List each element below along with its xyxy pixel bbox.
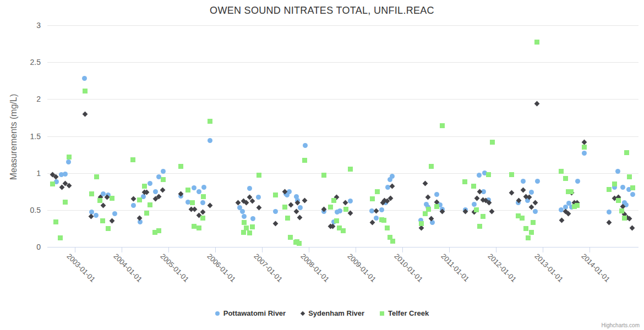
data-point-square[interactable] [622, 216, 627, 221]
data-point-diamond[interactable] [534, 101, 540, 106]
data-point-square[interactable] [343, 207, 348, 212]
data-point-circle[interactable] [82, 76, 87, 81]
data-point-square[interactable] [486, 172, 491, 177]
data-point-circle[interactable] [250, 216, 255, 221]
data-point-circle[interactable] [94, 213, 99, 218]
data-point-square[interactable] [200, 216, 205, 221]
data-point-circle[interactable] [535, 179, 540, 184]
data-point-square[interactable] [250, 224, 255, 229]
data-point-circle[interactable] [533, 209, 538, 214]
data-point-square[interactable] [375, 189, 380, 194]
data-point-square[interactable] [201, 194, 206, 199]
data-point-square[interactable] [419, 221, 424, 226]
data-point-square[interactable] [302, 158, 307, 163]
data-point-square[interactable] [474, 207, 479, 212]
data-point-square[interactable] [423, 211, 428, 216]
data-point-square[interactable] [348, 167, 353, 172]
data-point-circle[interactable] [197, 189, 201, 194]
data-point-diamond[interactable] [474, 195, 479, 201]
data-point-circle[interactable] [374, 216, 379, 221]
data-point-diamond[interactable] [629, 225, 635, 230]
data-point-diamond[interactable] [302, 197, 307, 203]
data-point-square[interactable] [321, 173, 326, 178]
data-point-circle[interactable] [153, 189, 158, 194]
data-point-circle[interactable] [200, 200, 205, 205]
data-point-circle[interactable] [630, 192, 635, 197]
data-point-circle[interactable] [575, 179, 580, 184]
data-point-diamond[interactable] [423, 181, 428, 186]
data-point-square[interactable] [523, 226, 528, 231]
data-point-diamond[interactable] [389, 184, 395, 189]
data-point-circle[interactable] [247, 186, 252, 191]
data-point-diamond[interactable] [101, 203, 106, 208]
data-point-square[interactable] [569, 189, 574, 194]
data-point-square[interactable] [612, 182, 617, 186]
data-point-diamond[interactable] [109, 218, 114, 224]
data-point-square[interactable] [624, 150, 629, 155]
data-point-square[interactable] [462, 179, 467, 184]
data-point-square[interactable] [89, 191, 94, 196]
data-point-circle[interactable] [477, 173, 482, 178]
data-point-circle[interactable] [434, 192, 439, 197]
data-point-diamond[interactable] [244, 200, 249, 205]
data-point-square[interactable] [137, 197, 142, 202]
data-point-square[interactable] [83, 89, 88, 94]
data-point-diamond[interactable] [59, 184, 64, 190]
data-point-square[interactable] [531, 220, 536, 225]
data-point-square[interactable] [273, 193, 278, 197]
data-point-circle[interactable] [379, 207, 384, 212]
data-point-square[interactable] [582, 145, 587, 150]
data-point-circle[interactable] [148, 181, 152, 186]
data-point-square[interactable] [381, 218, 386, 223]
data-point-diamond[interactable] [83, 111, 88, 117]
data-point-square[interactable] [106, 226, 111, 231]
data-point-circle[interactable] [66, 160, 71, 164]
data-point-circle[interactable] [620, 185, 625, 190]
data-point-circle[interactable] [54, 179, 59, 184]
data-point-diamond[interactable] [509, 190, 515, 196]
data-point-square[interactable] [529, 230, 534, 235]
data-point-square[interactable] [100, 218, 105, 223]
data-point-diamond[interactable] [348, 210, 353, 216]
data-point-square[interactable] [328, 205, 333, 210]
data-point-diamond[interactable] [425, 195, 431, 200]
data-point-square[interactable] [297, 241, 302, 246]
data-point-diamond[interactable] [130, 196, 136, 202]
data-point-circle[interactable] [298, 205, 303, 210]
data-point-square[interactable] [481, 214, 485, 219]
data-point-diamond[interactable] [288, 202, 294, 207]
legend-item-pottawatomi-river[interactable]: Pottawatomi River [215, 309, 286, 317]
data-point-diamond[interactable] [373, 208, 379, 213]
data-point-square[interactable] [197, 226, 201, 230]
data-point-square[interactable] [607, 187, 612, 192]
data-point-circle[interactable] [63, 172, 68, 177]
data-point-circle[interactable] [348, 199, 353, 204]
data-point-square[interactable] [390, 239, 395, 244]
data-point-square[interactable] [429, 164, 434, 169]
data-point-circle[interactable] [208, 138, 212, 143]
data-point-circle[interactable] [242, 214, 247, 219]
data-point-diamond[interactable] [626, 216, 632, 222]
data-point-diamond[interactable] [160, 188, 166, 193]
data-point-circle[interactable] [529, 190, 534, 195]
data-point-diamond[interactable] [297, 215, 303, 220]
data-point-diamond[interactable] [566, 211, 571, 217]
data-point-circle[interactable] [335, 210, 340, 215]
legend-item-sydenham-river[interactable]: Sydenham River [301, 309, 364, 317]
data-point-square[interactable] [161, 177, 166, 182]
data-point-circle[interactable] [303, 143, 308, 148]
data-point-square[interactable] [288, 235, 293, 240]
data-point-square[interactable] [619, 208, 624, 213]
data-point-square[interactable] [575, 203, 580, 208]
data-point-square[interactable] [434, 204, 439, 209]
data-point-square[interactable] [370, 196, 375, 201]
data-point-diamond[interactable] [419, 225, 424, 230]
data-point-diamond[interactable] [53, 174, 59, 179]
data-point-square[interactable] [247, 230, 252, 235]
data-point-square[interactable] [110, 196, 114, 201]
data-point-square[interactable] [94, 174, 99, 179]
data-point-square[interactable] [67, 155, 72, 160]
data-point-circle[interactable] [521, 179, 526, 184]
data-point-square[interactable] [256, 173, 261, 178]
data-point-circle[interactable] [192, 185, 197, 190]
